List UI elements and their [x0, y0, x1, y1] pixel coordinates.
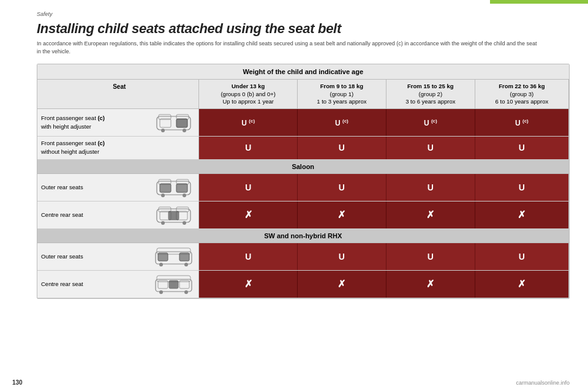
col-header-4: From 22 to 36 kg (group 3) 6 to 10 years…	[475, 80, 568, 109]
page: Safety Installing child seats attached u…	[0, 0, 588, 392]
table-row: Front passenger seat (c)without height a…	[37, 137, 569, 160]
data-cell-3: U	[386, 243, 475, 270]
svg-point-29	[184, 263, 188, 266]
seat-image-cell-empty	[148, 137, 199, 160]
svg-rect-16	[176, 184, 187, 192]
svg-point-11	[161, 194, 165, 197]
data-cell-1: ✗	[199, 270, 297, 298]
col-header-3: From 15 to 25 kg (group 2) 3 to 6 years …	[386, 80, 475, 109]
table-row: Front passenger seat (c)with height adju…	[37, 109, 569, 137]
table-row: Centre rear seat ✗	[37, 270, 569, 298]
svg-point-37	[184, 290, 188, 294]
data-cell-2: U	[297, 243, 386, 270]
svg-rect-39	[169, 281, 178, 288]
green-accent-bar	[490, 0, 588, 4]
seat-label: Centre rear seat	[37, 201, 148, 228]
car-diagram-saloon-outer-icon	[154, 175, 194, 198]
data-cell-4: U	[475, 137, 568, 160]
table-row: Outer rear seats	[37, 173, 569, 201]
data-cell-4: U	[475, 243, 568, 270]
seat-label: Front passenger seat (c)without height a…	[37, 137, 148, 160]
seat-image-cell	[148, 270, 199, 298]
data-cell-1: U	[199, 137, 297, 160]
section-header-saloon: Saloon	[37, 159, 569, 173]
data-cell-1: U (c)	[199, 109, 297, 137]
col-header-2: From 9 to 18 kg (group 1) 1 to 3 years a…	[297, 80, 386, 109]
seat-image-cell	[148, 109, 199, 137]
page-number: 130	[12, 379, 23, 386]
svg-rect-7	[176, 119, 187, 127]
data-cell-2: U (c)	[297, 109, 386, 137]
data-cell-3: U	[386, 137, 475, 160]
seat-image-cell	[148, 243, 199, 270]
table-row: Outer rear seats	[37, 243, 569, 270]
data-cell-3: ✗	[386, 201, 475, 228]
svg-point-12	[183, 194, 186, 197]
svg-rect-1	[160, 119, 171, 127]
child-seats-table: Weight of the child and indicative age S…	[37, 64, 570, 299]
table-main-header: Weight of the child and indicative age	[37, 64, 569, 80]
data-cell-1: U	[199, 173, 297, 201]
svg-rect-15	[160, 184, 171, 192]
page-title: Installing child seats attached using th…	[37, 21, 570, 37]
data-cell-4: U	[475, 173, 568, 201]
data-cell-2: U	[297, 173, 386, 201]
svg-rect-32	[179, 253, 189, 261]
table-row: Centre rear seat	[37, 201, 569, 228]
page-subtitle: In accordance with European regulations,…	[37, 40, 539, 55]
table-main-header-row: Weight of the child and indicative age	[37, 64, 569, 80]
data-cell-3: U (c)	[386, 109, 475, 137]
car-diagram-sw-outer-icon	[154, 244, 194, 268]
seat-label: Centre rear seat	[37, 270, 148, 298]
seat-label: Outer rear seats	[37, 173, 148, 201]
data-cell-1: ✗	[199, 201, 297, 228]
section-header-sw: SW and non-hybrid RHX	[37, 228, 569, 243]
data-cell-2: ✗	[297, 201, 386, 228]
svg-point-3	[161, 129, 165, 132]
section-label: Saloon	[37, 159, 569, 173]
seat-image-cell	[148, 201, 199, 228]
svg-point-4	[183, 129, 186, 132]
svg-point-21	[183, 221, 186, 225]
col-header-seat: Seat	[37, 80, 199, 109]
seat-image-cell	[148, 173, 199, 201]
svg-point-20	[161, 221, 165, 225]
seat-label: Outer rear seats	[37, 243, 148, 270]
table-col-headers-row: Seat Under 13 kg (groups 0 (b) and 0+) U…	[37, 80, 569, 109]
data-cell-3: U	[386, 173, 475, 201]
watermark: carmanualsonline.info	[516, 380, 570, 386]
data-cell-2: ✗	[297, 270, 386, 298]
data-cell-4: ✗	[475, 270, 568, 298]
data-cell-1: U	[199, 243, 297, 270]
data-cell-2: U	[297, 137, 386, 160]
section-label: Safety	[37, 11, 570, 17]
svg-point-36	[159, 290, 163, 294]
car-diagram-sw-centre-icon	[154, 272, 194, 295]
svg-point-28	[159, 263, 163, 266]
data-cell-3: ✗	[386, 270, 475, 298]
data-cell-4: U (c)	[475, 109, 568, 137]
car-diagram-saloon-centre-icon	[154, 203, 194, 226]
seat-label: Front passenger seat (c)with height adju…	[37, 109, 148, 137]
car-diagram-icon	[154, 110, 194, 134]
col-header-1: Under 13 kg (groups 0 (b) and 0+) Up to …	[199, 80, 297, 109]
data-cell-4: ✗	[475, 201, 568, 228]
svg-rect-31	[158, 253, 168, 261]
svg-rect-24	[168, 211, 179, 220]
section-label: SW and non-hybrid RHX	[37, 228, 569, 243]
